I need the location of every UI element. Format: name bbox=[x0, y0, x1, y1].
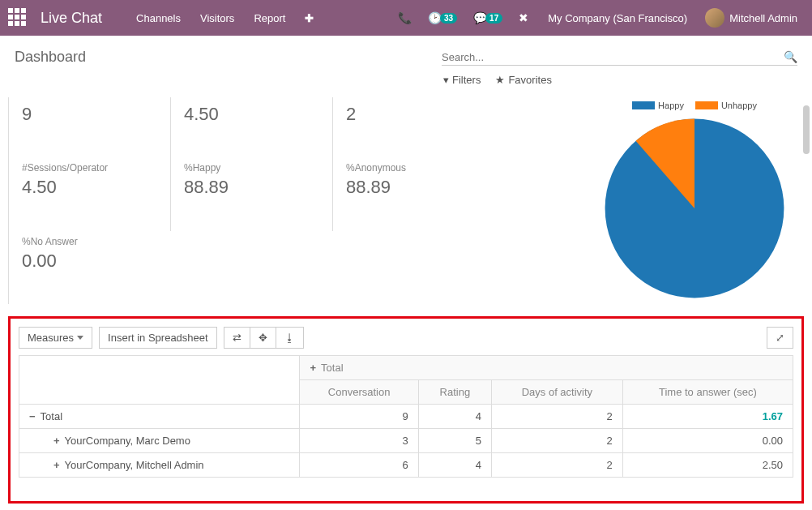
stat-no-answer: %No Answer0.00 bbox=[8, 231, 170, 304]
pivot-cell: 2.50 bbox=[622, 453, 793, 478]
stat-anonymous: %Anonymous88.89 bbox=[332, 157, 494, 230]
pivot-cell: 2 bbox=[491, 405, 622, 429]
nav-add[interactable]: ✚ bbox=[295, 12, 323, 24]
pivot-cell: 6 bbox=[300, 453, 418, 478]
stat-rating-avg: 4.50 bbox=[170, 97, 332, 157]
nav-visitors[interactable]: Visitors bbox=[190, 12, 244, 24]
stat-sessions-per-op: #Sessions/Operator4.50 bbox=[8, 157, 170, 230]
user-menu[interactable]: Mitchell Admin bbox=[699, 8, 804, 28]
stat-sessions-total: 9 bbox=[8, 97, 170, 157]
caret-icon bbox=[77, 336, 83, 340]
search-area: 🔍 ▾Filters ★Favorites bbox=[442, 49, 797, 91]
pivot-total-header[interactable]: +Total bbox=[300, 356, 793, 380]
star-icon: ★ bbox=[495, 74, 505, 86]
filters-button[interactable]: ▾Filters bbox=[443, 74, 481, 86]
app-title: Live Chat bbox=[41, 10, 102, 27]
pivot-row-header[interactable]: +YourCompany, Marc Demo bbox=[19, 429, 300, 453]
search-input[interactable] bbox=[442, 51, 784, 63]
nav-channels[interactable]: Channels bbox=[126, 12, 190, 24]
pivot-cell: 0.00 bbox=[622, 429, 793, 453]
phone-icon[interactable]: 📞 bbox=[390, 11, 420, 24]
activity-badge: 33 bbox=[440, 13, 457, 24]
search-icon[interactable]: 🔍 bbox=[784, 50, 797, 63]
username: Mitchell Admin bbox=[729, 12, 797, 24]
pivot-col-header[interactable]: Conversation bbox=[300, 380, 418, 405]
pivot-cell: 5 bbox=[418, 429, 491, 453]
filter-icon: ▾ bbox=[443, 74, 449, 86]
header-row: Dashboard 🔍 ▾Filters ★Favorites bbox=[0, 36, 812, 97]
pivot-toolbar: Measures Insert in Spreadsheet ⇄ ✥ ⭳ ⤢ bbox=[19, 327, 793, 349]
pivot-panel: Measures Insert in Spreadsheet ⇄ ✥ ⭳ ⤢ +… bbox=[8, 316, 804, 504]
pivot-cell: 4 bbox=[418, 453, 491, 478]
flip-axis-button[interactable]: ⇄ bbox=[224, 327, 250, 349]
nav-report[interactable]: Report bbox=[244, 12, 295, 24]
fullscreen-button[interactable]: ⤢ bbox=[767, 327, 793, 349]
pivot-cell: 3 bbox=[300, 429, 418, 453]
topbar: Live Chat Channels Visitors Report ✚ 📞 🕑… bbox=[0, 0, 812, 36]
scrollbar[interactable] bbox=[801, 105, 812, 316]
pie-chart: Happy Unhappy bbox=[601, 97, 812, 304]
pivot-table: +Total ConversationRatingDays of activit… bbox=[19, 355, 793, 478]
chart-legend: Happy Unhappy bbox=[601, 101, 788, 110]
favorites-button[interactable]: ★Favorites bbox=[495, 74, 551, 86]
stats-container: 9 4.50 2 #Sessions/Operator4.50 %Happy88… bbox=[0, 97, 812, 304]
stat-happy: %Happy88.89 bbox=[170, 157, 332, 230]
pie-svg bbox=[601, 115, 788, 302]
pivot-row-header[interactable]: +YourCompany, Mitchell Admin bbox=[19, 453, 300, 478]
messages-icon[interactable]: 💬17 bbox=[465, 11, 511, 24]
apps-icon[interactable] bbox=[8, 8, 28, 28]
table-row: −Total9421.67 bbox=[19, 405, 793, 429]
measures-button[interactable]: Measures bbox=[19, 327, 92, 349]
insert-spreadsheet-button[interactable]: Insert in Spreadsheet bbox=[99, 327, 217, 349]
pivot-col-header[interactable]: Rating bbox=[418, 380, 491, 405]
avatar bbox=[705, 8, 724, 28]
page-title: Dashboard bbox=[15, 49, 86, 66]
tools-icon[interactable]: ✖ bbox=[511, 11, 536, 24]
pivot-cell: 4 bbox=[418, 405, 491, 429]
pivot-row-header[interactable]: −Total bbox=[19, 405, 300, 429]
company-name[interactable]: My Company (San Francisco) bbox=[536, 12, 699, 24]
pivot-cell: 9 bbox=[300, 405, 418, 429]
table-row: +YourCompany, Marc Demo3520.00 bbox=[19, 429, 793, 453]
pivot-corner bbox=[19, 356, 300, 405]
pivot-cell: 2 bbox=[491, 453, 622, 478]
table-row: +YourCompany, Mitchell Admin6422.50 bbox=[19, 453, 793, 478]
expand-all-button[interactable]: ✥ bbox=[250, 327, 276, 349]
activity-icon[interactable]: 🕑33 bbox=[420, 11, 465, 24]
messages-badge: 17 bbox=[485, 13, 502, 24]
pivot-col-header[interactable]: Time to answer (sec) bbox=[622, 380, 793, 405]
download-button[interactable]: ⭳ bbox=[276, 327, 304, 349]
pivot-col-header[interactable]: Days of activity bbox=[491, 380, 622, 405]
pivot-cell: 2 bbox=[491, 429, 622, 453]
pivot-cell: 1.67 bbox=[622, 405, 793, 429]
stat-days: 2 bbox=[332, 97, 494, 157]
